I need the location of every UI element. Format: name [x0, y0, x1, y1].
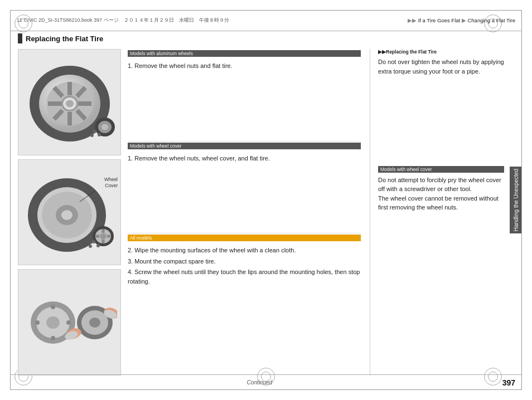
- page-border: [10, 10, 522, 390]
- wheel-cover-label-text: Wheel Cover: [104, 177, 118, 189]
